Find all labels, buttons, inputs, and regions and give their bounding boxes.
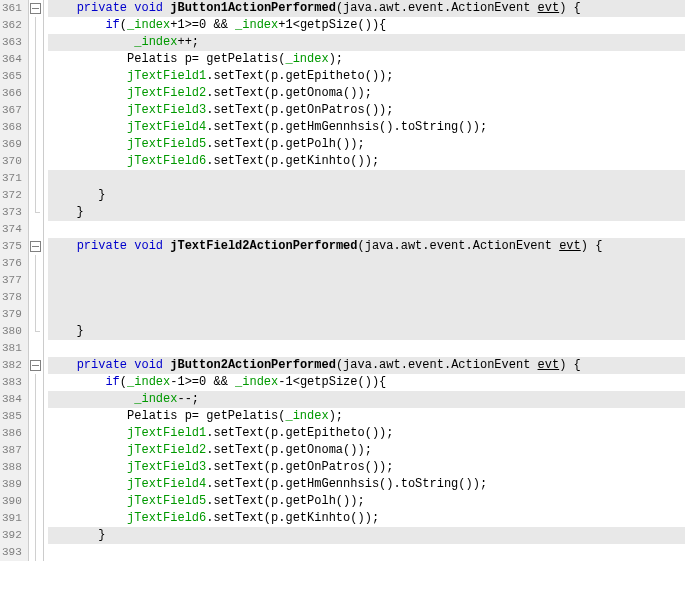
line-number: 390 [2,493,26,510]
code-line[interactable] [48,544,685,561]
line-number: 387 [2,442,26,459]
fold-cell [29,306,43,323]
code-line[interactable]: } [48,187,685,204]
code-line[interactable]: Pelatis p= getPelatis(_index); [48,408,685,425]
token-normal: ); [329,52,343,66]
token-normal [48,460,127,474]
code-line[interactable]: } [48,527,685,544]
fold-cell [29,68,43,85]
token-kw: void [134,358,163,372]
line-number: 361 [2,0,26,17]
fold-toggle-icon[interactable] [30,3,41,14]
token-normal [48,358,77,372]
fold-cell [29,221,43,238]
token-normal [48,18,106,32]
code-line[interactable] [48,340,685,357]
fold-toggle-icon[interactable] [30,241,41,252]
fold-cell [29,527,43,544]
code-line[interactable]: jTextField4.setText(p.getHmGennhsis().to… [48,119,685,136]
token-normal [48,375,106,389]
token-normal: (java.awt.event.ActionEvent [336,358,538,372]
token-param: evt [538,358,560,372]
fold-toggle-icon[interactable] [30,360,41,371]
code-line[interactable]: } [48,323,685,340]
token-param: evt [559,239,581,253]
code-line[interactable]: private void jButton2ActionPerformed(jav… [48,357,685,374]
line-number: 377 [2,272,26,289]
token-field: _index [235,18,278,32]
token-field: jTextField1 [127,69,206,83]
token-normal [48,137,127,151]
code-line[interactable]: jTextField4.setText(p.getHmGennhsis().to… [48,476,685,493]
fold-cell [29,340,43,357]
token-kw: void [134,1,163,15]
code-line[interactable] [48,272,685,289]
fold-cell [29,136,43,153]
code-line[interactable] [48,170,685,187]
line-number: 392 [2,527,26,544]
fold-cell [29,34,43,51]
line-number: 375 [2,238,26,255]
token-field: jTextField6 [127,511,206,525]
fold-cell [29,442,43,459]
code-line[interactable] [48,221,685,238]
fold-cell [29,170,43,187]
line-number: 364 [2,51,26,68]
line-number: 363 [2,34,26,51]
fold-cell [29,238,43,255]
token-normal: ) { [559,358,581,372]
code-line[interactable]: jTextField6.setText(p.getKinhto()); [48,510,685,527]
line-number: 378 [2,289,26,306]
code-line[interactable] [48,255,685,272]
fold-cell [29,459,43,476]
token-normal: --; [177,392,199,406]
line-number: 372 [2,187,26,204]
line-number: 362 [2,17,26,34]
code-area[interactable]: private void jButton1ActionPerformed(jav… [44,0,685,561]
code-line[interactable] [48,289,685,306]
code-line[interactable]: jTextField1.setText(p.getEpitheto()); [48,425,685,442]
code-line[interactable]: _index++; [48,34,685,51]
line-number: 385 [2,408,26,425]
token-normal: } [48,528,106,542]
code-line[interactable]: jTextField2.setText(p.getOnoma()); [48,85,685,102]
code-line[interactable]: jTextField5.setText(p.getPolh()); [48,493,685,510]
line-number: 379 [2,306,26,323]
token-field: _index [127,18,170,32]
token-field: jTextField4 [127,120,206,134]
token-field: jTextField5 [127,137,206,151]
code-line[interactable]: jTextField5.setText(p.getPolh()); [48,136,685,153]
code-line[interactable]: jTextField2.setText(p.getOnoma()); [48,442,685,459]
token-method: jButton1ActionPerformed [170,1,336,15]
line-number: 389 [2,476,26,493]
code-line[interactable]: jTextField3.setText(p.getOnPatros()); [48,102,685,119]
token-normal: +1>=0 && [170,18,235,32]
line-number: 391 [2,510,26,527]
code-line[interactable]: } [48,204,685,221]
code-line[interactable]: Pelatis p= getPelatis(_index); [48,51,685,68]
token-field: jTextField3 [127,103,206,117]
code-line[interactable]: jTextField3.setText(p.getOnPatros()); [48,459,685,476]
fold-column [29,0,44,561]
code-line[interactable]: if(_index+1>=0 && _index+1<getpSize()){ [48,17,685,34]
code-line[interactable]: private void jTextField2ActionPerformed(… [48,238,685,255]
fold-cell [29,510,43,527]
fold-cell [29,102,43,119]
line-number: 376 [2,255,26,272]
code-line[interactable]: jTextField1.setText(p.getEpitheto()); [48,68,685,85]
token-normal [48,443,127,457]
fold-cell [29,323,43,340]
token-normal [48,239,77,253]
token-normal [48,154,127,168]
token-normal: (java.awt.event.ActionEvent [358,239,560,253]
code-line[interactable]: if(_index-1>=0 && _index-1<getpSize()){ [48,374,685,391]
token-field: _index [285,409,328,423]
code-editor[interactable]: 3613623633643653663673683693703713723733… [0,0,685,561]
token-normal: +1<getpSize()){ [278,18,386,32]
code-line[interactable]: private void jButton1ActionPerformed(jav… [48,0,685,17]
code-line[interactable]: jTextField6.setText(p.getKinhto()); [48,153,685,170]
code-line[interactable]: _index--; [48,391,685,408]
token-normal [48,477,127,491]
code-line[interactable] [48,306,685,323]
token-normal [48,392,134,406]
